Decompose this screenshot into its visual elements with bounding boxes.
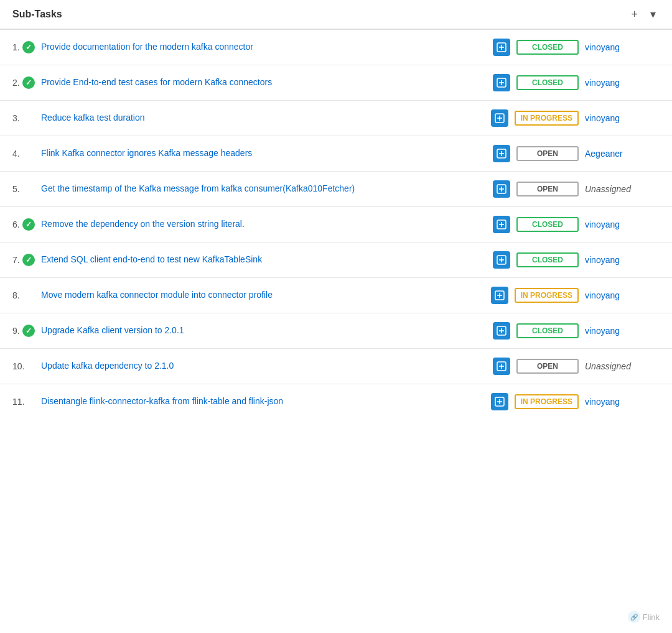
- task-list: 1.Provide documentation for the modern k…: [0, 30, 672, 419]
- section-title: Sub-Tasks: [12, 9, 62, 20]
- task-row: 8.Move modern kafka connector module int…: [0, 278, 672, 313]
- subtasks-container: Sub-Tasks + ▾ 1.Provide documentation fo…: [0, 0, 672, 419]
- task-type-icon: [493, 180, 510, 198]
- task-title-link[interactable]: Reduce kafka test duration: [41, 112, 480, 124]
- task-type-icon: [493, 251, 510, 269]
- task-title-link[interactable]: Provide End-to-end test cases for modern…: [41, 76, 482, 89]
- task-number: 4.: [12, 149, 35, 159]
- task-assignee: vinoyang: [585, 219, 660, 229]
- task-row: 1.Provide documentation for the modern k…: [0, 30, 672, 65]
- subtasks-header: Sub-Tasks + ▾: [0, 0, 672, 30]
- status-badge: OPEN: [516, 359, 579, 374]
- status-badge: IN PROGRESS: [515, 111, 579, 126]
- status-badge: CLOSED: [516, 217, 579, 232]
- completed-icon: [22, 254, 35, 266]
- task-number: 10.: [12, 361, 35, 371]
- status-badge: CLOSED: [516, 252, 579, 267]
- task-row: 7.Extend SQL client end-to-end to test n…: [0, 243, 672, 278]
- task-type-icon: [493, 39, 510, 56]
- task-assignee: vinoyang: [585, 326, 660, 336]
- status-badge: CLOSED: [516, 75, 579, 90]
- add-subtask-button[interactable]: +: [627, 7, 642, 21]
- task-assignee: vinoyang: [585, 113, 660, 123]
- status-badge: OPEN: [516, 182, 579, 196]
- task-number: 1.: [12, 41, 35, 53]
- task-assignee: Unassigned: [585, 361, 660, 371]
- task-type-icon: [493, 358, 510, 375]
- task-number: 11.: [12, 397, 35, 407]
- task-row: 10.Update kafka dependency to 2.1.0 OPEN…: [0, 349, 672, 384]
- completed-icon: [22, 41, 35, 53]
- task-title-link[interactable]: Upgrade Kafka client version to 2.0.1: [41, 325, 482, 337]
- task-row: 11.Disentangle flink-connector-kafka fro…: [0, 384, 672, 419]
- task-assignee: vinoyang: [585, 397, 660, 407]
- task-assignee: vinoyang: [585, 255, 660, 265]
- task-number: 9.: [12, 325, 35, 337]
- status-badge: IN PROGRESS: [515, 394, 579, 409]
- task-title-link[interactable]: Disentangle flink-connector-kafka from f…: [41, 395, 480, 408]
- task-title-link[interactable]: Flink Kafka connector ignores Kafka mess…: [41, 147, 482, 160]
- task-type-icon: [491, 393, 508, 410]
- completed-icon: [22, 218, 35, 231]
- task-type-icon: [493, 216, 510, 233]
- task-row: 2.Provide End-to-end test cases for mode…: [0, 65, 672, 101]
- task-number: 3.: [12, 113, 35, 123]
- task-title-link[interactable]: Update kafka dependency to 2.1.0: [41, 360, 482, 372]
- completed-icon: [22, 76, 35, 89]
- status-badge: IN PROGRESS: [515, 288, 579, 303]
- status-badge: OPEN: [516, 146, 579, 161]
- task-assignee: Unassigned: [585, 184, 660, 194]
- task-number: 8.: [12, 290, 35, 300]
- task-row: 4.Flink Kafka connector ignores Kafka me…: [0, 136, 672, 172]
- task-type-icon: [493, 322, 510, 340]
- status-badge: CLOSED: [516, 40, 579, 55]
- task-title-link[interactable]: Get the timestamp of the Kafka message f…: [41, 183, 482, 195]
- task-number: 6.: [12, 218, 35, 231]
- dropdown-button[interactable]: ▾: [646, 7, 660, 21]
- task-type-icon: [493, 74, 510, 91]
- status-badge: CLOSED: [516, 323, 579, 338]
- task-title-link[interactable]: Move modern kafka connector module into …: [41, 289, 480, 302]
- task-row: 9.Upgrade Kafka client version to 2.0.1 …: [0, 313, 672, 349]
- task-number: 7.: [12, 254, 35, 266]
- task-number: 2.: [12, 76, 35, 89]
- task-row: 5.Get the timestamp of the Kafka message…: [0, 172, 672, 207]
- task-title-link[interactable]: Provide documentation for the modern kaf…: [41, 41, 482, 53]
- task-assignee: Aegeaner: [585, 149, 660, 159]
- task-number: 5.: [12, 184, 35, 194]
- task-assignee: vinoyang: [585, 42, 660, 52]
- header-actions: + ▾: [627, 7, 660, 21]
- task-row: 3.Reduce kafka test duration IN PROGRESS…: [0, 101, 672, 136]
- task-assignee: vinoyang: [585, 78, 660, 88]
- task-type-icon: [493, 145, 510, 162]
- task-title-link[interactable]: Remove the dependency on the version str…: [41, 218, 482, 231]
- task-row: 6.Remove the dependency on the version s…: [0, 207, 672, 243]
- task-type-icon: [491, 287, 508, 304]
- task-type-icon: [491, 109, 508, 127]
- task-title-link[interactable]: Extend SQL client end-to-end to test new…: [41, 254, 482, 266]
- completed-icon: [22, 325, 35, 337]
- task-assignee: vinoyang: [585, 290, 660, 300]
